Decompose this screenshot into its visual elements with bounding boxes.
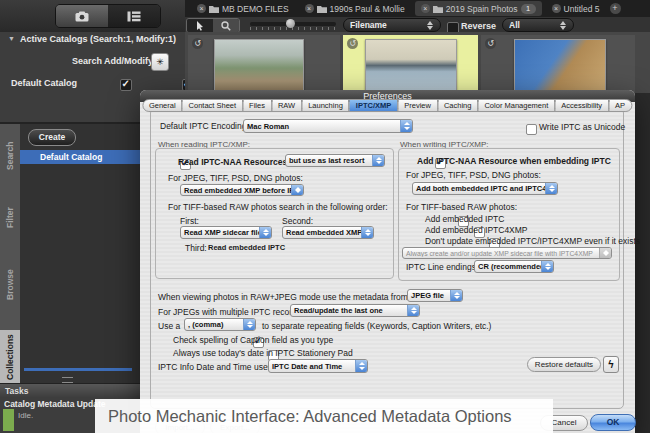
dont-update-label: Don't update embedded IPTC/IPTC4XMP even…: [425, 236, 640, 246]
datetime-dropdown[interactable]: IPTC Date and Time: [268, 359, 368, 373]
rotate-icon[interactable]: ↺: [347, 38, 358, 49]
read-naa-dropdown[interactable]: but use as last resort: [285, 154, 385, 167]
task-status: Idle.: [18, 411, 33, 420]
tab-ap[interactable]: AP: [608, 99, 632, 112]
dropdown-stepper-icon: [545, 183, 557, 194]
close-tab-icon[interactable]: ×: [197, 4, 206, 13]
read-naa-label: Read IPTC-NAA Resources: [178, 157, 287, 167]
rotate-icon[interactable]: ↺: [192, 38, 203, 49]
camera-view-button[interactable]: [56, 5, 108, 27]
dropdown-stepper-icon: [541, 261, 553, 272]
thumbnail-cell-selected[interactable]: ↺: [343, 35, 478, 93]
thumbnail-photo[interactable]: [365, 39, 457, 92]
first-dropdown[interactable]: Read XMP sidecar file: [180, 226, 272, 239]
todays-date-label: Always use today's date in IPTC Statione…: [173, 348, 353, 358]
sidecar-dropdown[interactable]: Always create and/or update XMP sidecar …: [402, 247, 612, 259]
rawjpeg-value: JPEG file: [408, 291, 450, 300]
create-catalog-button[interactable]: Create: [28, 129, 76, 146]
separator-dropdown[interactable]: , (comma): [184, 318, 256, 331]
arrow-tool-button[interactable]: [187, 19, 213, 32]
catalog-view-button[interactable]: [108, 5, 160, 27]
dropdown-stepper-icon: [291, 185, 303, 195]
dropdown-stepper-icon: [355, 360, 367, 372]
use-a-label: Use a: [158, 321, 180, 331]
tab-raw[interactable]: RAW: [271, 99, 302, 112]
sidebar-tab-filter[interactable]: Filter: [0, 200, 20, 236]
sidebar-tab-collections[interactable]: Collections: [0, 330, 20, 384]
tab-accessibility[interactable]: Accessibility: [554, 99, 609, 112]
slider-thumb[interactable]: [286, 19, 295, 28]
multi-iptc-dropdown[interactable]: Read/update the last one: [290, 304, 420, 317]
line-endings-dropdown[interactable]: CR (recommended): [474, 260, 554, 273]
search-checkbox[interactable]: [120, 79, 132, 91]
dropdown-stepper-icon: [361, 227, 373, 238]
tab-files[interactable]: Files: [242, 99, 272, 112]
active-catalogs-header: Active Catalogs (Search:1, Modify:1): [20, 34, 176, 44]
file-tab[interactable]: × MB DEMO FILES: [191, 1, 295, 16]
camera-icon: [75, 11, 89, 22]
close-tab-icon[interactable]: ×: [421, 4, 430, 13]
rawjpeg-dropdown[interactable]: JPEG file: [407, 289, 463, 302]
tab-contact-sheet[interactable]: Contact Sheet: [182, 99, 244, 112]
dropdown-stepper-icon: [450, 290, 462, 301]
burst-icon: ✳: [156, 57, 164, 67]
encoding-value: Mac Roman: [244, 122, 400, 131]
lightning-button[interactable]: ϟ: [603, 356, 619, 373]
panel-scrollbar[interactable]: [24, 368, 132, 371]
disclosure-triangle-icon[interactable]: ▼: [8, 35, 15, 42]
thumbnail-size-slider[interactable]: [250, 22, 336, 26]
writing-jpeg-dropdown[interactable]: Add both embedded IPTC and IPTC4XMP: [412, 182, 558, 195]
file-tab-label: MB DEMO FILES: [222, 4, 289, 14]
sort-by-dropdown[interactable]: Filename: [343, 18, 441, 32]
sidebar-tab-browse[interactable]: Browse: [0, 262, 20, 308]
tab-count-badge: 1: [521, 4, 536, 14]
file-tab-label: 2019 Spain Photos: [446, 4, 518, 14]
reading-tiff-label: For TIFF-based RAW photos search in the …: [168, 202, 388, 212]
tab-launching[interactable]: Launching: [301, 99, 350, 112]
reading-jpeg-dropdown[interactable]: Read embedded XMP before IPTC: [180, 184, 304, 196]
file-tab-selected[interactable]: × 2019 Spain Photos 1: [415, 1, 542, 16]
third-value: Read embedded IPTC: [208, 243, 285, 252]
datetime-label: IPTC Info Date and Time uses:: [158, 362, 274, 372]
file-tab[interactable]: × 1990s Paul & Mollie: [299, 1, 411, 16]
datetime-value: IPTC Date and Time: [269, 362, 355, 371]
catalog-options-button[interactable]: ✳: [151, 53, 169, 71]
thumbnail-cell[interactable]: ↺: [188, 35, 340, 93]
dropdown-arrows-icon: [427, 21, 434, 30]
catalog-list-item-selected[interactable]: Default Catalog: [20, 150, 140, 164]
close-tab-icon[interactable]: ×: [305, 4, 314, 13]
addmodify-column-label: Add/Modify: [104, 56, 153, 66]
dropdown-stepper-icon: [400, 120, 412, 132]
thumbnail-cell[interactable]: ↺: [481, 35, 635, 93]
sidebar-tab-search[interactable]: Search: [0, 134, 20, 178]
tab-iptc-xmp[interactable]: IPTC/XMP: [349, 99, 398, 112]
writing-jpeg-label: For JPEG, TIFF, PSD, DNG photos:: [406, 170, 541, 180]
tab-caching[interactable]: Caching: [437, 99, 479, 112]
second-value: Read embedded XMP: [283, 228, 361, 237]
slider-ticks: [250, 27, 336, 30]
rawjpeg-label: When viewing photos in RAW+JPEG mode use…: [158, 292, 424, 302]
file-tab[interactable]: × Untitled 5: [546, 1, 606, 16]
sidecar-value: Always create and/or update XMP sidecar …: [403, 250, 599, 257]
writing-tiff-label: For TIFF-based RAW photos:: [406, 202, 517, 212]
thumbnail-photo[interactable]: [214, 39, 304, 92]
ok-button[interactable]: OK: [590, 414, 636, 431]
close-tab-icon[interactable]: ×: [552, 4, 561, 13]
add-tab-button[interactable]: +: [610, 3, 621, 14]
restore-defaults-button[interactable]: Restore defaults: [527, 357, 601, 372]
read-naa-value: but use as last resort: [286, 156, 372, 165]
thumbnail-photo[interactable]: [514, 39, 606, 92]
tab-general[interactable]: General: [142, 99, 183, 112]
sort-by-value: Filename: [350, 20, 427, 30]
second-dropdown[interactable]: Read embedded XMP: [282, 226, 374, 239]
tab-color-management[interactable]: Color Management: [477, 99, 555, 112]
folder-icon: [317, 5, 327, 13]
write-unicode-checkbox[interactable]: [526, 124, 537, 135]
rotate-icon[interactable]: ↺: [485, 38, 496, 49]
loupe-tool-button[interactable]: [213, 19, 239, 32]
encoding-dropdown[interactable]: Mac Roman: [243, 119, 413, 133]
filter-dropdown[interactable]: All: [502, 18, 574, 32]
dropdown-stepper-icon: [259, 227, 271, 238]
cursor-icon: [196, 21, 204, 31]
tab-preview[interactable]: Preview: [397, 99, 438, 112]
